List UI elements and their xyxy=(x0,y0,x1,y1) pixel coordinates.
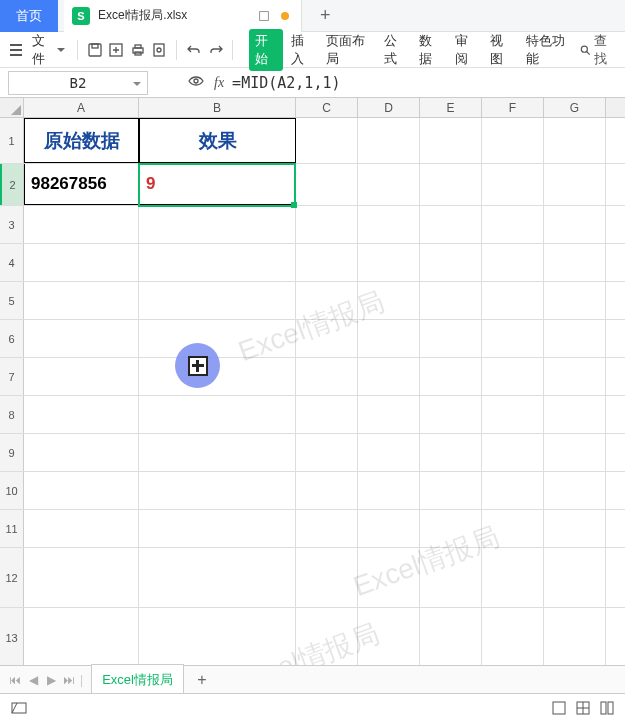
cell[interactable] xyxy=(482,164,544,205)
cell[interactable] xyxy=(482,244,544,281)
cell[interactable] xyxy=(139,320,296,357)
cell[interactable] xyxy=(296,434,358,471)
cell[interactable] xyxy=(544,164,606,205)
sheet-nav-prev-icon[interactable]: ◀ xyxy=(24,671,42,689)
row-header[interactable]: 8 xyxy=(0,396,24,433)
col-header-F[interactable]: F xyxy=(482,98,544,117)
cell-A2[interactable]: 98267856 xyxy=(24,164,139,205)
row-header-1[interactable]: 1 xyxy=(0,118,24,163)
cell[interactable] xyxy=(544,118,606,163)
cell[interactable] xyxy=(420,282,482,319)
cell[interactable] xyxy=(24,244,139,281)
cell[interactable] xyxy=(482,608,544,667)
ribbon-tab-page-layout[interactable]: 页面布局 xyxy=(320,28,375,72)
cell[interactable] xyxy=(420,206,482,243)
cell[interactable] xyxy=(296,118,358,163)
view-normal-icon[interactable] xyxy=(551,700,567,716)
col-header-B[interactable]: B xyxy=(139,98,296,117)
cell[interactable] xyxy=(358,510,420,547)
cell[interactable] xyxy=(296,206,358,243)
view-grid-icon[interactable] xyxy=(575,700,591,716)
cell[interactable] xyxy=(420,548,482,607)
cell[interactable] xyxy=(24,320,139,357)
cell[interactable] xyxy=(420,118,482,163)
cell[interactable] xyxy=(420,358,482,395)
row-header[interactable]: 7 xyxy=(0,358,24,395)
find-button[interactable]: 查找 xyxy=(579,32,617,68)
ribbon-tab-review[interactable]: 审阅 xyxy=(449,28,483,72)
cell[interactable] xyxy=(139,608,296,667)
select-all-triangle[interactable] xyxy=(0,98,24,117)
cell[interactable] xyxy=(139,548,296,607)
cell[interactable] xyxy=(420,164,482,205)
cell[interactable] xyxy=(482,510,544,547)
cell[interactable] xyxy=(358,118,420,163)
ribbon-tab-formula[interactable]: 公式 xyxy=(378,28,412,72)
view-page-icon[interactable] xyxy=(599,700,615,716)
cell[interactable] xyxy=(482,548,544,607)
cell[interactable] xyxy=(482,396,544,433)
preview-icon[interactable] xyxy=(188,75,204,90)
cell[interactable] xyxy=(139,206,296,243)
cell[interactable] xyxy=(358,164,420,205)
cell[interactable] xyxy=(482,282,544,319)
cell[interactable] xyxy=(139,282,296,319)
sheet-nav-next-icon[interactable]: ▶ xyxy=(42,671,60,689)
cell[interactable] xyxy=(420,244,482,281)
cell[interactable] xyxy=(24,358,139,395)
cell[interactable] xyxy=(420,320,482,357)
cell[interactable] xyxy=(296,358,358,395)
cell[interactable] xyxy=(420,472,482,509)
cell[interactable] xyxy=(358,548,420,607)
cell[interactable] xyxy=(296,548,358,607)
cell[interactable] xyxy=(544,434,606,471)
cell[interactable] xyxy=(544,358,606,395)
cell[interactable] xyxy=(544,206,606,243)
ribbon-tab-special[interactable]: 特色功能 xyxy=(520,28,575,72)
cell[interactable] xyxy=(358,434,420,471)
cell[interactable] xyxy=(296,472,358,509)
cell[interactable] xyxy=(24,396,139,433)
home-tab[interactable]: 首页 xyxy=(0,0,58,32)
cell[interactable] xyxy=(358,358,420,395)
output-icon[interactable] xyxy=(107,40,125,60)
sheet-nav-last-icon[interactable]: ⏭ xyxy=(60,671,78,689)
row-header-2[interactable]: 2 xyxy=(0,164,24,205)
cell[interactable] xyxy=(296,608,358,667)
cell-B1[interactable]: 效果 xyxy=(139,118,296,163)
cell[interactable] xyxy=(544,320,606,357)
undo-icon[interactable] xyxy=(185,40,203,60)
cell[interactable] xyxy=(420,396,482,433)
cell[interactable] xyxy=(544,548,606,607)
ribbon-tab-data[interactable]: 数据 xyxy=(413,28,447,72)
row-header[interactable]: 4 xyxy=(0,244,24,281)
cell[interactable] xyxy=(544,244,606,281)
col-header-G[interactable]: G xyxy=(544,98,606,117)
cell[interactable] xyxy=(544,282,606,319)
cell[interactable] xyxy=(358,282,420,319)
cell[interactable] xyxy=(482,434,544,471)
file-menu[interactable]: 文件 xyxy=(28,32,69,68)
name-box[interactable]: B2 xyxy=(8,71,148,95)
cell[interactable] xyxy=(482,118,544,163)
cell[interactable] xyxy=(24,510,139,547)
formula-input[interactable] xyxy=(224,71,625,95)
cell[interactable] xyxy=(24,206,139,243)
row-header[interactable]: 10 xyxy=(0,472,24,509)
hamburger-menu-icon[interactable] xyxy=(8,40,24,60)
cell[interactable] xyxy=(358,472,420,509)
cell[interactable] xyxy=(420,434,482,471)
ribbon-tab-start[interactable]: 开始 xyxy=(249,29,283,71)
cell[interactable] xyxy=(482,206,544,243)
print-icon[interactable] xyxy=(129,40,147,60)
redo-icon[interactable] xyxy=(207,40,225,60)
cell[interactable] xyxy=(358,396,420,433)
cell[interactable] xyxy=(358,608,420,667)
cell[interactable] xyxy=(296,244,358,281)
col-header-D[interactable]: D xyxy=(358,98,420,117)
col-header-A[interactable]: A xyxy=(24,98,139,117)
cell[interactable] xyxy=(482,472,544,509)
new-tab-button[interactable]: + xyxy=(310,1,340,31)
cell[interactable] xyxy=(296,320,358,357)
cell[interactable] xyxy=(24,608,139,667)
